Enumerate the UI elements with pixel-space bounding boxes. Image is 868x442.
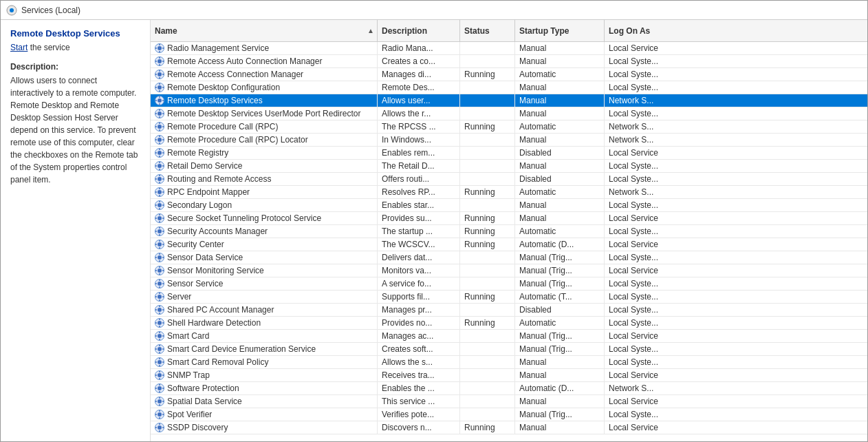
service-icon [155, 187, 164, 197]
table-row[interactable]: Sensor Monitoring Service Monitors va...… [151, 264, 867, 277]
table-row[interactable]: Remote Access Connection Manager Manages… [151, 68, 867, 81]
table-row[interactable]: Software Protection Enables the ... Auto… [151, 382, 867, 395]
cell-name: Spot Verifier [151, 408, 378, 421]
table-row[interactable]: Remote Access Auto Connection Manager Cr… [151, 55, 867, 68]
service-icon [155, 70, 164, 79]
table-row[interactable]: Secure Socket Tunneling Protocol Service… [151, 212, 867, 225]
left-panel: Remote Desktop Services Start the servic… [1, 20, 151, 441]
service-icon [155, 43, 164, 53]
service-heading: Remote Desktop Services [10, 28, 140, 39]
cell-logon: Local Service [605, 147, 701, 159]
table-row[interactable]: SNMP Trap Receives tra... Manual Local S… [151, 369, 867, 382]
table-row[interactable]: Retail Demo Service The Retail D... Manu… [151, 160, 867, 173]
svg-point-13 [158, 112, 162, 116]
cell-description: Receives tra... [378, 369, 460, 381]
cell-status [460, 408, 515, 421]
cell-description: Resolves RP... [378, 186, 460, 198]
table-row[interactable]: Shell Hardware Detection Provides no... … [151, 317, 867, 330]
cell-description: Discovers n... [378, 421, 460, 434]
table-body[interactable]: Radio Management Service Radio Mana... M… [151, 42, 867, 441]
table-row[interactable]: Security Accounts Manager The startup ..… [151, 225, 867, 238]
table-row[interactable]: Remote Desktop Services Allows user... M… [151, 94, 867, 107]
service-icon [155, 357, 164, 367]
cell-logon: Local Syste... [605, 160, 701, 172]
table-row[interactable]: Smart Card Device Enumeration Service Cr… [151, 343, 867, 356]
cell-name: Secondary Logon [151, 199, 378, 211]
cell-startup: Disabled [515, 304, 605, 316]
cell-startup: Manual [515, 94, 605, 107]
table-row[interactable]: Smart Card Removal Policy Allows the s..… [151, 356, 867, 369]
cell-name: Remote Procedure Call (RPC) Locator [151, 134, 378, 146]
svg-point-29 [158, 216, 162, 220]
services-icon [6, 5, 17, 16]
start-link[interactable]: Start [10, 43, 28, 52]
title-bar: Services (Local) [1, 1, 867, 20]
table-row[interactable]: Spot Verifier Verifies pote... Manual (T… [151, 408, 867, 421]
col-description[interactable]: Description [378, 20, 460, 41]
cell-name: Software Protection [151, 382, 378, 394]
table-row[interactable]: Sensor Data Service Delivers dat... Manu… [151, 251, 867, 264]
cell-description: Enables star... [378, 199, 460, 211]
table-row[interactable]: Remote Procedure Call (RPC) The RPCSS ..… [151, 120, 867, 134]
service-icon [155, 397, 164, 406]
cell-name: Smart Card Device Enumeration Service [151, 343, 378, 355]
cell-startup: Manual [515, 199, 605, 211]
table-row[interactable]: SSDP Discovery Discovers n... Running Ma… [151, 421, 867, 434]
svg-point-23 [158, 177, 162, 181]
table-row[interactable]: Secondary Logon Enables star... Manual L… [151, 199, 867, 212]
cell-startup: Automatic [515, 317, 605, 329]
table-row[interactable]: Server Supports fil... Running Automatic… [151, 291, 867, 304]
cell-startup: Automatic [515, 186, 605, 198]
table-row[interactable]: Remote Registry Enables rem... Disabled … [151, 147, 867, 160]
cell-logon: Local Syste... [605, 304, 701, 316]
cell-status [460, 330, 515, 342]
table-row[interactable]: Routing and Remote Access Offers routi..… [151, 173, 867, 186]
cell-status [460, 343, 515, 355]
col-name[interactable]: Name ▲ [151, 20, 378, 41]
table-row[interactable]: Shared PC Account Manager Manages pr... … [151, 304, 867, 317]
cell-startup: Manual [515, 356, 605, 368]
svg-point-3 [158, 46, 162, 50]
description-label: Description: [10, 62, 140, 72]
table-row[interactable]: Remote Desktop Services UserMode Port Re… [151, 107, 867, 120]
sort-arrow: ▲ [367, 27, 374, 34]
table-row[interactable]: Sensor Service A service fo... Manual (T… [151, 277, 867, 291]
service-icon [155, 109, 164, 118]
service-icon [155, 213, 164, 223]
cell-startup: Manual (Trig... [515, 264, 605, 277]
table-row[interactable]: Security Center The WCSCV... Running Aut… [151, 238, 867, 251]
cell-startup: Manual [515, 81, 605, 94]
cell-name: Remote Procedure Call (RPC) [151, 120, 378, 133]
cell-name: Sensor Service [151, 277, 378, 290]
cell-logon: Local Syste... [605, 408, 701, 421]
table-row[interactable]: Spatial Data Service This service ... Ma… [151, 395, 867, 408]
cell-name: Secure Socket Tunneling Protocol Service [151, 212, 378, 224]
cell-startup: Manual [515, 134, 605, 146]
cell-status [460, 264, 515, 277]
cell-status: Running [460, 186, 515, 198]
col-logon[interactable]: Log On As [605, 20, 701, 41]
table-row[interactable]: Smart Card Manages ac... Manual (Trig...… [151, 330, 867, 343]
svg-point-11 [158, 98, 162, 103]
table-row[interactable]: RPC Endpoint Mapper Resolves RP... Runni… [151, 186, 867, 199]
cell-startup: Manual [515, 212, 605, 224]
table-row[interactable]: Radio Management Service Radio Mana... M… [151, 42, 867, 55]
cell-startup: Manual [515, 55, 605, 67]
svg-point-25 [158, 190, 162, 194]
col-startup[interactable]: Startup Type [515, 20, 605, 41]
cell-description: A service fo... [378, 277, 460, 290]
table-row[interactable]: Remote Desktop Configuration Remote Des.… [151, 81, 867, 94]
svg-point-39 [158, 282, 162, 286]
service-icon [155, 174, 164, 184]
cell-logon: Local Service [605, 212, 701, 224]
svg-point-33 [158, 242, 162, 246]
cell-startup: Manual (Trig... [515, 277, 605, 290]
cell-logon: Network S... [605, 186, 701, 198]
cell-startup: Manual (Trig... [515, 251, 605, 264]
start-service-line: Start the service [10, 43, 140, 52]
cell-startup: Manual [515, 107, 605, 120]
col-status[interactable]: Status [460, 20, 515, 41]
cell-logon: Local Service [605, 369, 701, 381]
svg-point-19 [158, 151, 162, 155]
table-row[interactable]: Remote Procedure Call (RPC) Locator In W… [151, 134, 867, 147]
